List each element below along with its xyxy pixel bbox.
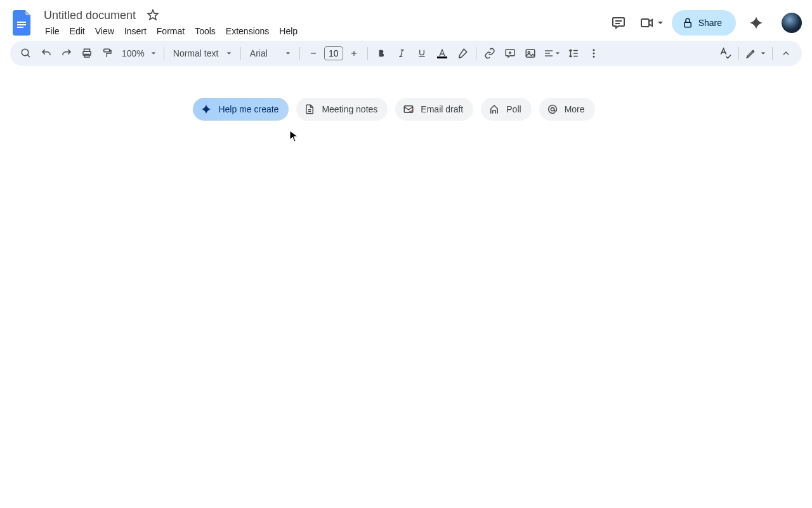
pencil-icon xyxy=(745,48,757,59)
mouse-cursor xyxy=(289,130,298,143)
svg-point-38 xyxy=(551,107,554,110)
chip-more[interactable]: More xyxy=(539,98,595,121)
svg-rect-6 xyxy=(684,22,691,27)
chip-label: Meeting notes xyxy=(322,104,377,114)
docs-logo-icon[interactable] xyxy=(10,10,36,36)
separator xyxy=(738,47,739,60)
chevron-down-icon xyxy=(151,51,156,56)
chip-label: More xyxy=(565,104,585,114)
document-title[interactable]: Untitled document xyxy=(41,8,139,23)
redo-icon[interactable] xyxy=(57,44,76,63)
sparkle-icon xyxy=(200,104,212,115)
menu-edit[interactable]: Edit xyxy=(65,23,89,39)
svg-point-7 xyxy=(22,49,29,56)
separator xyxy=(299,47,300,60)
separator xyxy=(240,47,241,60)
text-color-swatch xyxy=(437,57,447,58)
svg-rect-12 xyxy=(104,49,110,52)
editing-mode-dropdown[interactable] xyxy=(743,44,768,63)
underline-button[interactable] xyxy=(412,44,431,63)
email-icon xyxy=(403,104,414,115)
avatar[interactable] xyxy=(782,13,802,33)
svg-point-31 xyxy=(593,49,594,51)
svg-rect-0 xyxy=(17,22,26,23)
decrease-font-size-button[interactable] xyxy=(304,44,323,63)
at-icon xyxy=(547,104,558,115)
zoom-dropdown[interactable]: 100% xyxy=(118,44,160,63)
menu-file[interactable]: File xyxy=(41,23,64,39)
zoom-value: 100% xyxy=(122,48,145,58)
search-icon[interactable] xyxy=(16,44,36,63)
paint-format-icon[interactable] xyxy=(98,44,117,63)
svg-point-32 xyxy=(593,53,594,55)
collapse-toolbar-icon[interactable] xyxy=(776,44,796,63)
more-tools-icon[interactable] xyxy=(584,44,603,63)
svg-line-18 xyxy=(400,50,402,57)
suggestion-chips: Help me create Meeting notes Email draft… xyxy=(193,98,594,121)
comments-icon[interactable] xyxy=(606,10,631,36)
chip-meeting-notes[interactable]: Meeting notes xyxy=(296,98,388,121)
lock-icon xyxy=(682,17,693,29)
meet-icon[interactable] xyxy=(639,10,664,36)
chevron-down-icon xyxy=(226,51,232,56)
add-comment-icon[interactable] xyxy=(501,44,520,63)
spellcheck-icon[interactable] xyxy=(716,44,735,63)
line-spacing-icon[interactable] xyxy=(564,44,583,63)
menu-bar: File Edit View Insert Format Tools Exten… xyxy=(41,23,606,39)
chevron-down-icon xyxy=(761,51,766,56)
font-family-value: Arial xyxy=(250,48,268,58)
text-color-button[interactable] xyxy=(433,44,452,62)
svg-line-8 xyxy=(27,55,30,57)
chip-email-draft[interactable]: Email draft xyxy=(395,98,473,121)
font-family-dropdown[interactable]: Arial xyxy=(245,44,296,63)
chip-label: Email draft xyxy=(421,104,463,114)
paragraph-style-dropdown[interactable]: Normal text xyxy=(168,44,237,63)
toolbar: 100% Normal text Arial xyxy=(10,41,802,66)
svg-point-33 xyxy=(593,56,594,58)
chevron-down-icon xyxy=(555,51,560,56)
separator xyxy=(164,47,164,60)
menu-tools[interactable]: Tools xyxy=(190,23,220,39)
chevron-down-icon xyxy=(285,51,291,56)
italic-button[interactable] xyxy=(392,44,411,63)
share-button[interactable]: Share xyxy=(672,10,736,36)
chip-help-me-create[interactable]: Help me create xyxy=(193,98,289,121)
menu-extensions[interactable]: Extensions xyxy=(221,23,273,39)
chip-label: Poll xyxy=(506,104,521,114)
bold-button[interactable] xyxy=(372,44,391,63)
highlight-button[interactable] xyxy=(453,44,472,63)
separator xyxy=(476,47,476,60)
font-size-input[interactable] xyxy=(324,46,343,60)
document-canvas[interactable]: Help me create Meeting notes Email draft… xyxy=(0,66,812,121)
chip-poll[interactable]: Poll xyxy=(481,98,531,121)
increase-font-size-button[interactable] xyxy=(344,44,363,63)
menu-view[interactable]: View xyxy=(91,23,119,39)
separator xyxy=(772,47,773,60)
svg-rect-5 xyxy=(641,19,649,27)
align-dropdown[interactable] xyxy=(541,44,563,63)
svg-rect-2 xyxy=(17,27,23,28)
document-icon xyxy=(304,104,315,115)
chevron-down-icon xyxy=(657,20,664,26)
svg-rect-1 xyxy=(17,24,26,25)
menu-help[interactable]: Help xyxy=(275,23,302,39)
poll-icon xyxy=(488,104,500,115)
print-icon[interactable] xyxy=(77,44,96,63)
undo-icon[interactable] xyxy=(37,44,56,63)
share-label: Share xyxy=(698,18,722,28)
svg-rect-23 xyxy=(526,50,535,57)
paragraph-style-value: Normal text xyxy=(173,48,219,58)
chip-label: Help me create xyxy=(218,104,278,114)
insert-image-icon[interactable] xyxy=(521,44,540,63)
app-header: Untitled document File Edit View Insert … xyxy=(0,0,812,41)
insert-link-icon[interactable] xyxy=(480,44,499,63)
menu-format[interactable]: Format xyxy=(152,23,189,39)
menu-insert[interactable]: Insert xyxy=(120,23,151,39)
separator xyxy=(367,47,368,60)
gemini-icon[interactable] xyxy=(743,10,769,36)
star-icon[interactable] xyxy=(145,8,160,23)
